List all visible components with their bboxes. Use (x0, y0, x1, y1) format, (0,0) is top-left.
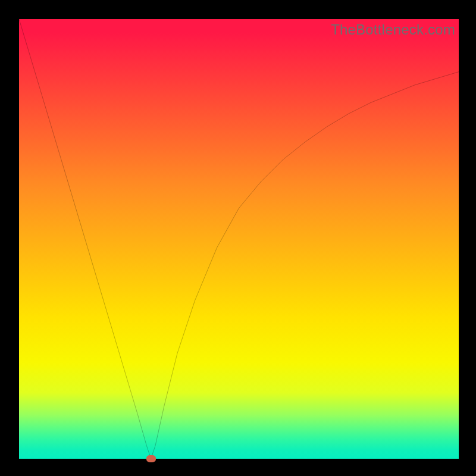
optimal-point-marker (146, 455, 156, 462)
bottleneck-curve (19, 19, 459, 459)
chart-container: TheBottleneck.com (0, 0, 476, 476)
plot-area: TheBottleneck.com (19, 19, 459, 459)
